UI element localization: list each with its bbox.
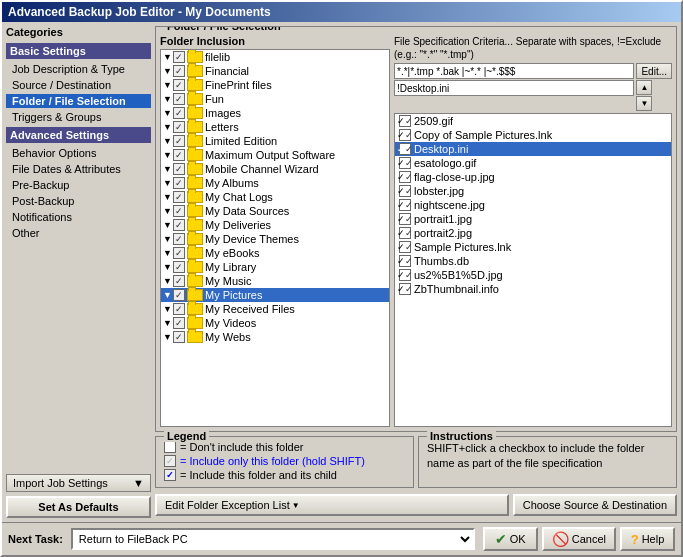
file-list-item[interactable]: ✓ nightscene.jpg (395, 198, 671, 212)
folder-list-item[interactable]: ▼ ✓ My Library (161, 260, 389, 274)
folder-checkbox[interactable]: ✓ (173, 219, 185, 231)
file-checkbox[interactable]: ✓ (399, 143, 411, 155)
file-checkbox[interactable]: ✓ (399, 269, 411, 281)
folder-list-item[interactable]: ▼ ✓ My eBooks (161, 246, 389, 260)
folder-list-item[interactable]: ▼ ✓ My Music (161, 274, 389, 288)
folder-checkbox[interactable]: ✓ (173, 317, 185, 329)
file-list-item[interactable]: ✓ flag-close-up.jpg (395, 170, 671, 184)
folder-checkbox[interactable]: ✓ (173, 303, 185, 315)
folder-list-item[interactable]: ▼ ✓ My Pictures (161, 288, 389, 302)
folder-expand-icon[interactable]: ▼ (163, 150, 173, 160)
set-as-defaults-button[interactable]: Set As Defaults (6, 496, 151, 518)
file-checkbox[interactable]: ✓ (399, 283, 411, 295)
folder-checkbox[interactable]: ✓ (173, 233, 185, 245)
folder-checkbox[interactable]: ✓ (173, 247, 185, 259)
folder-checkbox[interactable]: ✓ (173, 289, 185, 301)
file-checkbox[interactable]: ✓ (399, 129, 411, 141)
folder-checkbox[interactable]: ✓ (173, 331, 185, 343)
folder-checkbox[interactable]: ✓ (173, 65, 185, 77)
folder-expand-icon[interactable]: ▼ (163, 136, 173, 146)
folder-checkbox[interactable]: ✓ (173, 191, 185, 203)
folder-expand-icon[interactable]: ▼ (163, 234, 173, 244)
folder-list-item[interactable]: ▼ ✓ Maximum Output Software (161, 148, 389, 162)
folder-checkbox[interactable]: ✓ (173, 205, 185, 217)
folder-list-item[interactable]: ▼ ✓ My Deliveries (161, 218, 389, 232)
folder-list-item[interactable]: ▼ ✓ My Chat Logs (161, 190, 389, 204)
file-list-item[interactable]: ✓ 2509.gif (395, 114, 671, 128)
help-button[interactable]: ? Help (620, 527, 675, 551)
cancel-button[interactable]: 🚫 Cancel (542, 527, 616, 551)
folder-checkbox[interactable]: ✓ (173, 51, 185, 63)
file-checkbox[interactable]: ✓ (399, 255, 411, 267)
folder-expand-icon[interactable]: ▼ (163, 248, 173, 258)
folder-list-item[interactable]: ▼ ✓ Images (161, 106, 389, 120)
folder-list-item[interactable]: ▼ ✓ FinePrint files (161, 78, 389, 92)
folder-list-item[interactable]: ▼ ✓ My Albums (161, 176, 389, 190)
file-list-item[interactable]: ✓ portrait1.jpg (395, 212, 671, 226)
spec-arrow-up-button[interactable]: ▲ (636, 80, 652, 95)
file-list-item[interactable]: ✓ ZbThumbnail.info (395, 282, 671, 296)
file-list-item[interactable]: ✓ Desktop.ini (395, 142, 671, 156)
import-job-settings-button[interactable]: Import Job Settings ▼ (6, 474, 151, 492)
file-list-item[interactable]: ✓ Sample Pictures.lnk (395, 240, 671, 254)
folder-checkbox[interactable]: ✓ (173, 177, 185, 189)
folder-checkbox[interactable]: ✓ (173, 275, 185, 287)
sidebar-item-job-description[interactable]: Job Description & Type (6, 62, 151, 76)
folder-list-item[interactable]: ▼ ✓ My Videos (161, 316, 389, 330)
file-checkbox[interactable]: ✓ (399, 213, 411, 225)
folder-checkbox[interactable]: ✓ (173, 107, 185, 119)
folder-list-item[interactable]: ▼ ✓ Financial (161, 64, 389, 78)
folder-checkbox[interactable]: ✓ (173, 79, 185, 91)
file-checkbox[interactable]: ✓ (399, 227, 411, 239)
folder-expand-icon[interactable]: ▼ (163, 80, 173, 90)
folder-list-item[interactable]: ▼ ✓ Fun (161, 92, 389, 106)
spec-arrow-down-button[interactable]: ▼ (636, 96, 652, 111)
folder-expand-icon[interactable]: ▼ (163, 318, 173, 328)
folder-expand-icon[interactable]: ▼ (163, 108, 173, 118)
file-list-item[interactable]: ✓ us2%5B1%5D.jpg (395, 268, 671, 282)
file-list-item[interactable]: ✓ portrait2.jpg (395, 226, 671, 240)
sidebar-item-other[interactable]: Other (6, 226, 151, 240)
folder-checkbox[interactable]: ✓ (173, 149, 185, 161)
folder-list-item[interactable]: ▼ ✓ My Received Files (161, 302, 389, 316)
folder-expand-icon[interactable]: ▼ (163, 178, 173, 188)
sidebar-item-source-destination[interactable]: Source / Destination (6, 78, 151, 92)
folder-checkbox[interactable]: ✓ (173, 135, 185, 147)
sidebar-item-behavior-options[interactable]: Behavior Options (6, 146, 151, 160)
file-checkbox[interactable]: ✓ (399, 185, 411, 197)
folder-checkbox[interactable]: ✓ (173, 163, 185, 175)
folder-expand-icon[interactable]: ▼ (163, 122, 173, 132)
folder-expand-icon[interactable]: ▼ (163, 192, 173, 202)
folder-expand-icon[interactable]: ▼ (163, 164, 173, 174)
folder-list-item[interactable]: ▼ ✓ Letters (161, 120, 389, 134)
folder-list-item[interactable]: ▼ ✓ My Device Themes (161, 232, 389, 246)
file-checkbox[interactable]: ✓ (399, 115, 411, 127)
spec-input-1[interactable]: *.*|*.tmp *.bak |~*.* |~*.$$$ (394, 63, 634, 79)
folder-expand-icon[interactable]: ▼ (163, 206, 173, 216)
folder-expand-icon[interactable]: ▼ (163, 52, 173, 62)
folder-expand-icon[interactable]: ▼ (163, 94, 173, 104)
folder-expand-icon[interactable]: ▼ (163, 304, 173, 314)
folder-expand-icon[interactable]: ▼ (163, 332, 173, 342)
folder-list-item[interactable]: ▼ ✓ Mobile Channel Wizard (161, 162, 389, 176)
edit-spec-button[interactable]: Edit... (636, 63, 672, 79)
next-task-dropdown[interactable]: Return to FileBack PC (71, 528, 475, 550)
file-list-item[interactable]: ✓ esatologo.gif (395, 156, 671, 170)
folder-expand-icon[interactable]: ▼ (163, 276, 173, 286)
folder-expand-icon[interactable]: ▼ (163, 290, 173, 300)
sidebar-item-pre-backup[interactable]: Pre-Backup (6, 178, 151, 192)
folder-list-item[interactable]: ▼ ✓ My Data Sources (161, 204, 389, 218)
choose-source-destination-button[interactable]: Choose Source & Destination (513, 494, 677, 516)
folder-expand-icon[interactable]: ▼ (163, 262, 173, 272)
sidebar-item-folder-file[interactable]: Folder / File Selection (6, 94, 151, 108)
folder-expand-icon[interactable]: ▼ (163, 220, 173, 230)
file-list-item[interactable]: ✓ lobster.jpg (395, 184, 671, 198)
file-list[interactable]: ✓ 2509.gif ✓ Copy of Sample Pictures.lnk… (394, 113, 672, 427)
folder-list-item[interactable]: ▼ ✓ My Webs (161, 330, 389, 344)
folder-list[interactable]: ▼ ✓ filelib ▼ ✓ Financial ▼ ✓ FinePrint … (160, 49, 390, 427)
folder-checkbox[interactable]: ✓ (173, 93, 185, 105)
folder-expand-icon[interactable]: ▼ (163, 66, 173, 76)
spec-input-2[interactable]: !Desktop.ini (394, 80, 634, 96)
ok-button[interactable]: ✔ OK (483, 527, 538, 551)
sidebar-item-triggers-groups[interactable]: Triggers & Groups (6, 110, 151, 124)
